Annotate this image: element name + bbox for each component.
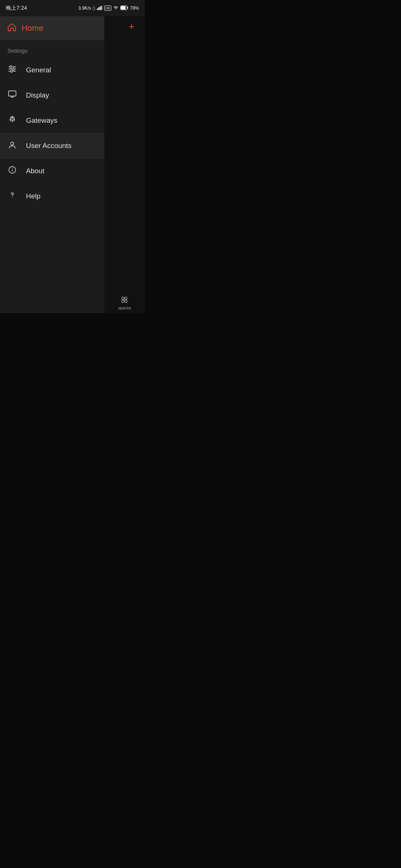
info-icon: [7, 166, 17, 176]
bluetooth-icon: ⬯: [92, 6, 95, 11]
gateway-icon: [7, 115, 17, 125]
add-button[interactable]: +: [124, 16, 139, 37]
svg-rect-10: [122, 300, 124, 302]
wifi-icon: [113, 6, 119, 11]
svg-rect-4: [102, 6, 103, 10]
menu-item-user-accounts-label: User Accounts: [26, 142, 72, 150]
svg-rect-8: [122, 297, 124, 299]
home-label: Home: [22, 23, 43, 33]
drawer: Home Settings General Display: [0, 16, 104, 313]
status-bar: 晚上7:24 3.9K/s ⬯ HD: [0, 0, 145, 16]
menu-item-display[interactable]: Display: [0, 83, 104, 108]
spaces-icon: [121, 296, 128, 305]
battery-icon: [120, 6, 128, 11]
home-icon: [7, 23, 16, 33]
help-icon: [7, 191, 17, 201]
status-right: 3.9K/s ⬯ HD: [78, 6, 139, 11]
svg-rect-0: [97, 9, 98, 10]
svg-point-26: [12, 168, 13, 169]
svg-point-27: [12, 197, 13, 197]
svg-rect-3: [101, 6, 102, 10]
bottom-bar: spaces: [104, 291, 145, 313]
network-speed: 3.9K/s: [78, 6, 91, 11]
hd-icon: HD: [104, 6, 111, 11]
svg-rect-11: [125, 300, 127, 302]
status-time: 晚上7:24: [6, 5, 27, 11]
menu-item-user-accounts[interactable]: User Accounts: [0, 133, 104, 158]
svg-point-23: [11, 142, 14, 145]
home-header[interactable]: Home: [0, 16, 104, 40]
menu-item-general-label: General: [26, 66, 51, 74]
svg-rect-16: [13, 68, 14, 70]
bottom-bar-label: spaces: [118, 306, 131, 310]
menu-item-about[interactable]: About: [0, 158, 104, 184]
settings-section-label: Settings: [0, 40, 104, 57]
menu-item-gateways-label: Gateways: [26, 116, 57, 125]
svg-rect-18: [9, 91, 16, 96]
svg-rect-6: [127, 7, 128, 9]
user-icon: [7, 141, 17, 151]
signal-icon: [97, 6, 103, 11]
menu-item-help[interactable]: Help: [0, 184, 104, 209]
monitor-icon: [7, 91, 17, 100]
svg-rect-17: [11, 70, 12, 72]
menu-item-display-label: Display: [26, 91, 49, 99]
svg-rect-7: [121, 6, 125, 9]
menu-item-about-label: About: [26, 167, 45, 175]
battery-percent: 78%: [130, 6, 139, 11]
svg-rect-2: [100, 7, 101, 10]
svg-point-22: [12, 118, 13, 119]
menu-item-general[interactable]: General: [0, 57, 104, 83]
svg-rect-1: [98, 7, 99, 10]
svg-rect-15: [10, 66, 12, 68]
sliders-icon: [7, 65, 17, 75]
svg-rect-9: [125, 297, 127, 299]
menu-item-gateways[interactable]: Gateways: [0, 108, 104, 133]
menu-item-help-label: Help: [26, 192, 40, 200]
